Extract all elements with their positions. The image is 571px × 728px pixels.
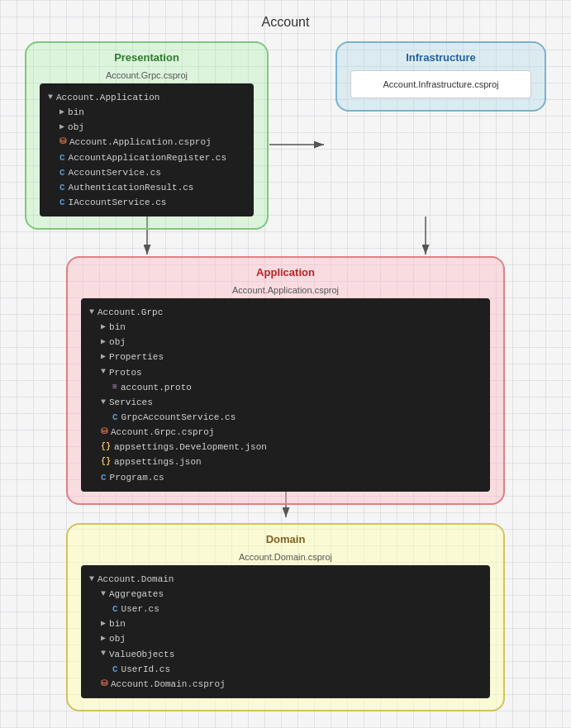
presentation-layer: Presentation Account.Grpc.csproj Account…	[25, 41, 269, 230]
domain-title: Domain	[81, 533, 490, 545]
infra-panel-text: Account.Infrastructure.csproj	[383, 79, 498, 89]
infrastructure-layer: Infrastructure Account.Infrastructure.cs…	[335, 41, 546, 112]
arrow-down-icon	[89, 573, 94, 587]
item-label: User.cs	[121, 602, 159, 616]
list-item: C UserId.cs	[89, 662, 482, 677]
item-label: Services	[109, 395, 153, 410]
arrow-right-icon	[101, 335, 106, 350]
list-item: bin	[89, 320, 482, 335]
presentation-panel-title: Account.Grpc.csproj	[40, 70, 254, 80]
list-item: obj	[48, 120, 245, 135]
infrastructure-panel: Account.Infrastructure.csproj	[350, 70, 531, 98]
list-item: obj	[89, 335, 482, 350]
arrow-down-icon	[89, 306, 94, 320]
list-item: Aggregates	[89, 587, 482, 602]
item-label: GrpcAccountService.cs	[121, 410, 236, 425]
list-item: Services	[89, 395, 482, 410]
cs-icon: C	[112, 602, 118, 616]
arrow-down-icon	[101, 396, 106, 410]
domain-panel-title: Account.Domain.csproj	[81, 552, 490, 562]
list-item: bin	[89, 616, 482, 631]
infrastructure-title: Infrastructure	[350, 51, 531, 64]
cs-icon: C	[112, 410, 118, 425]
item-label: bin	[68, 105, 84, 120]
main-container: Account Presentation Account.Grpc.csproj…	[25, 8, 546, 720]
item-label: ValueObjects	[109, 647, 174, 662]
cs-icon: C	[101, 470, 107, 485]
list-item: C GrpcAccountService.cs	[89, 410, 482, 425]
application-layer: Application Account.Application.csproj A…	[66, 256, 505, 505]
application-file-panel: Account.Grpc bin obj Properties Protos ≡…	[81, 298, 490, 492]
csproj-icon: ⛁	[59, 136, 66, 150]
item-label: obj	[109, 335, 126, 350]
list-item: obj	[89, 631, 482, 646]
list-item: Account.Application	[48, 90, 245, 105]
list-item: C AccountApplicationRegister.cs	[48, 150, 245, 165]
arrow-down-icon	[101, 588, 106, 602]
item-label: Aggregates	[109, 587, 164, 602]
cs-icon: C	[59, 180, 65, 195]
domain-layer: Domain Account.Domain.csproj Account.Dom…	[66, 523, 505, 711]
arrow-right-icon	[101, 632, 106, 646]
list-item: ⛁ Account.Domain.csproj	[89, 677, 482, 692]
list-item: ≡ account.proto	[89, 380, 482, 395]
item-label: account.proto	[121, 380, 192, 395]
list-item: ⛁ Account.Application.csproj	[48, 135, 245, 150]
list-item: bin	[48, 105, 245, 120]
item-label: AccountService.cs	[69, 165, 161, 180]
item-label: Account.Domain	[98, 572, 174, 587]
item-label: IAccountService.cs	[69, 195, 167, 210]
presentation-file-panel: Account.Application bin obj ⛁ Account.Ap…	[40, 83, 254, 216]
csproj-icon: ⛁	[101, 678, 107, 692]
application-panel-title: Account.Application.csproj	[81, 285, 490, 295]
item-label: appsettings.Development.json	[114, 440, 267, 454]
list-item: Properties	[89, 350, 482, 364]
cs-icon: C	[59, 195, 65, 210]
list-item: Protos	[89, 365, 482, 380]
application-title: Application	[81, 266, 490, 278]
arrow-down-icon	[101, 647, 106, 661]
page-title: Account	[25, 8, 546, 40]
list-item: C User.cs	[89, 602, 482, 616]
list-item: {} appsettings.Development.json	[89, 440, 482, 454]
list-item: C IAccountService.cs	[48, 195, 245, 210]
arrow-right-icon	[101, 350, 106, 364]
list-item: ⛁ Account.Grpc.csproj	[89, 425, 482, 440]
arrow-right-icon	[101, 617, 106, 631]
item-label: Account.Application.csproj	[69, 135, 212, 150]
item-label: obj	[109, 631, 126, 646]
item-label: bin	[109, 320, 126, 335]
cs-icon: C	[112, 662, 118, 677]
list-item: C AccountService.cs	[48, 165, 245, 180]
arrow-down-icon	[101, 365, 106, 379]
proto-icon: ≡	[112, 381, 117, 395]
cs-icon: C	[59, 165, 65, 180]
json-icon: {}	[101, 455, 111, 469]
item-label: Account.Domain.csproj	[111, 677, 226, 692]
list-item: {} appsettings.json	[89, 454, 482, 469]
item-label: Account.Grpc	[98, 305, 163, 320]
list-item: Account.Grpc	[89, 305, 482, 320]
item-label: Account.Application	[56, 90, 159, 105]
csproj-icon: ⛁	[101, 426, 107, 440]
presentation-title: Presentation	[40, 51, 254, 64]
list-item: ValueObjects	[89, 647, 482, 662]
list-item: C AuthenticationResult.cs	[48, 180, 245, 195]
item-label: Program.cs	[110, 470, 164, 485]
list-item: Account.Domain	[89, 572, 482, 587]
list-item: C Program.cs	[89, 470, 482, 485]
cs-icon: C	[59, 150, 65, 165]
item-label: obj	[68, 120, 84, 135]
item-label: AccountApplicationRegister.cs	[69, 150, 226, 165]
domain-file-panel: Account.Domain Aggregates C User.cs bin …	[81, 565, 490, 698]
item-label: bin	[109, 616, 126, 631]
item-label: Account.Grpc.csproj	[111, 425, 214, 440]
json-icon: {}	[101, 440, 111, 454]
item-label: Protos	[109, 365, 142, 380]
item-label: UserId.cs	[121, 662, 170, 677]
arrow-down-icon	[48, 91, 53, 105]
item-label: AuthenticationResult.cs	[69, 180, 194, 195]
item-label: appsettings.json	[114, 454, 202, 469]
arrow-right-icon	[59, 121, 64, 135]
item-label: Properties	[109, 350, 164, 364]
